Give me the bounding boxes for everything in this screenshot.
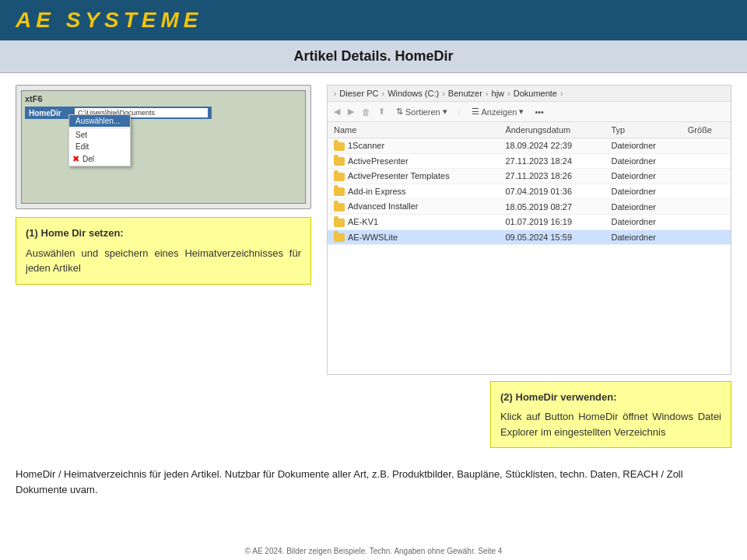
callout-2-body: Klick auf Button HomeDir öffnet Windows … (500, 409, 721, 439)
folder-icon (334, 173, 345, 181)
callout-1: (1) Home Dir setzen: Auswählen und speic… (16, 217, 311, 285)
cell-type: Dateiordner (605, 184, 681, 199)
sort-button[interactable]: ⇅ Sortieren ▾ (393, 105, 451, 118)
cell-date: 09.05.2024 15:59 (499, 229, 605, 245)
toolbar-icon-delete[interactable]: 🗑 (362, 107, 370, 117)
cell-size (682, 184, 731, 199)
breadcrumb-item-2: Benutzer (448, 89, 482, 98)
table-row[interactable]: ActivePresenter Templates 27.11.2023 18:… (328, 169, 731, 184)
logo: AE SYSTEME (16, 8, 202, 33)
sort-label: Sortieren (405, 107, 440, 117)
app-window: xtF6 HomeDir C:\Users\hjw\Documents Ausw… (16, 85, 311, 209)
page-title: Artikel Details. HomeDir (293, 48, 453, 64)
toolbar-icon-up[interactable]: ⬆ (378, 107, 385, 117)
cell-size (682, 214, 731, 229)
context-menu-auswahlen[interactable]: Auswählen... (69, 115, 130, 127)
col-size[interactable]: Größe (682, 122, 731, 138)
main-content: xtF6 HomeDir C:\Users\hjw\Documents Ausw… (0, 73, 747, 456)
right-panel: › Dieser PC › Windows (C:) › Benutzer › … (327, 85, 731, 448)
breadcrumb-item-1: Windows (C:) (388, 89, 439, 98)
sort-icon: ⇅ (396, 107, 403, 117)
cell-type: Dateiordner (605, 153, 681, 169)
homedir-label: HomeDir (29, 109, 72, 117)
view-icon: ☰ (472, 107, 479, 117)
table-row[interactable]: AE-KV1 01.07.2019 16:19 Dateiordner (328, 214, 731, 229)
context-menu: Auswählen... Set Edit ✖ Del (68, 114, 131, 166)
cell-name: AE-WWSLite (328, 229, 499, 245)
app-window-inner: xtF6 HomeDir C:\Users\hjw\Documents Ausw… (21, 90, 306, 204)
del-label: Del (82, 155, 94, 163)
more-options[interactable]: ••• (535, 107, 544, 117)
cell-type: Dateiordner (605, 229, 681, 245)
col-name[interactable]: Name (328, 122, 499, 138)
table-row[interactable]: ActivePresenter 27.11.2023 18:24 Dateior… (328, 153, 731, 169)
folder-icon (334, 219, 345, 227)
cell-type: Dateiordner (605, 199, 681, 215)
right-callout-wrapper: (2) HomeDir verwenden: Klick auf Button … (327, 381, 731, 449)
cell-size (682, 199, 731, 215)
file-table: Name Änderungsdatum Typ Größe 1Scanner 1… (328, 122, 731, 245)
menu-separator (69, 128, 130, 128)
left-panel: xtF6 HomeDir C:\Users\hjw\Documents Ausw… (16, 85, 311, 448)
sort-chevron: ▾ (443, 107, 447, 117)
cell-size (682, 138, 731, 154)
cell-name: AE-KV1 (328, 214, 499, 229)
toolbar-icon-back[interactable]: ◀ (334, 107, 340, 117)
cell-date: 27.11.2023 18:24 (499, 153, 605, 169)
breadcrumb-item-3: hjw (492, 89, 505, 98)
cell-type: Dateiordner (605, 214, 681, 229)
folder-icon (334, 157, 345, 166)
bottom-text: HomeDir / Heimatverzeichnis für jeden Ar… (0, 456, 747, 497)
cell-type: Dateiordner (605, 169, 681, 184)
folder-icon (334, 203, 345, 212)
footer-text: © AE 2024. Bilder zeigen Beispiele. Tech… (245, 547, 503, 555)
breadcrumb-item-4: Dokumente (514, 89, 557, 98)
toolbar-separator: | (458, 107, 461, 117)
footer: © AE 2024. Bilder zeigen Beispiele. Tech… (0, 547, 747, 555)
explorer-breadcrumb: › Dieser PC › Windows (C:) › Benutzer › … (328, 86, 731, 102)
view-chevron: ▾ (519, 107, 524, 117)
breadcrumb-arrow-left[interactable]: › (334, 89, 336, 98)
cell-type: Dateiordner (605, 138, 681, 154)
cell-date: 07.04.2019 01:36 (499, 184, 605, 199)
table-row[interactable]: Advanced Installer 18.05.2019 08:27 Date… (328, 199, 731, 215)
explorer-toolbar: ◀ ▶ 🗑 ⬆ ⇅ Sortieren ▾ | ☰ Anzeigen ▾ ••• (328, 102, 731, 122)
cell-size (682, 153, 731, 169)
context-menu-del[interactable]: ✖ Del (69, 152, 130, 166)
table-row[interactable]: 1Scanner 18.09.2024 22:39 Dateiordner (328, 138, 731, 154)
breadcrumb-item-0: Dieser PC (339, 89, 378, 98)
view-label: Anzeigen (482, 107, 517, 117)
view-button[interactable]: ☰ Anzeigen ▾ (468, 105, 528, 118)
cell-date: 18.09.2024 22:39 (499, 138, 605, 154)
header: AE SYSTEME (0, 0, 747, 40)
cell-name: Add-in Express (328, 184, 499, 199)
cell-size (682, 229, 731, 245)
table-row[interactable]: AE-WWSLite 09.05.2024 15:59 Dateiordner (328, 229, 731, 245)
toolbar-icon-forward[interactable]: ▶ (348, 107, 354, 117)
cell-date: 01.07.2019 16:19 (499, 214, 605, 229)
context-menu-set[interactable]: Set (69, 129, 130, 141)
folder-icon (334, 142, 345, 151)
bottom-text-content: HomeDir / Heimatverzeichnis für jeden Ar… (16, 468, 683, 495)
folder-icon (334, 187, 345, 196)
cell-name: Advanced Installer (328, 199, 499, 215)
callout-2-title: (2) HomeDir verwenden: (500, 390, 721, 405)
folder-icon (334, 233, 345, 242)
title-bar: Artikel Details. HomeDir (0, 40, 747, 73)
cell-name: ActivePresenter (328, 153, 499, 169)
callout-1-title: (1) Home Dir setzen: (26, 226, 301, 241)
cell-date: 18.05.2019 08:27 (499, 199, 605, 215)
col-date[interactable]: Änderungsdatum (499, 122, 605, 138)
cell-name: 1Scanner (328, 138, 499, 154)
explorer-window: › Dieser PC › Windows (C:) › Benutzer › … (327, 85, 731, 375)
del-icon: ✖ (72, 154, 79, 164)
col-type[interactable]: Typ (605, 122, 681, 138)
app-window-title: xtF6 (25, 94, 302, 103)
callout-2: (2) HomeDir verwenden: Klick auf Button … (490, 381, 731, 449)
cell-date: 27.11.2023 18:26 (499, 169, 605, 184)
context-menu-edit[interactable]: Edit (69, 141, 130, 152)
cell-size (682, 169, 731, 184)
callout-1-body: Auswählen und speichern eines Heimatverz… (26, 246, 301, 276)
table-row[interactable]: Add-in Express 07.04.2019 01:36 Dateiord… (328, 184, 731, 199)
cell-name: ActivePresenter Templates (328, 169, 499, 184)
